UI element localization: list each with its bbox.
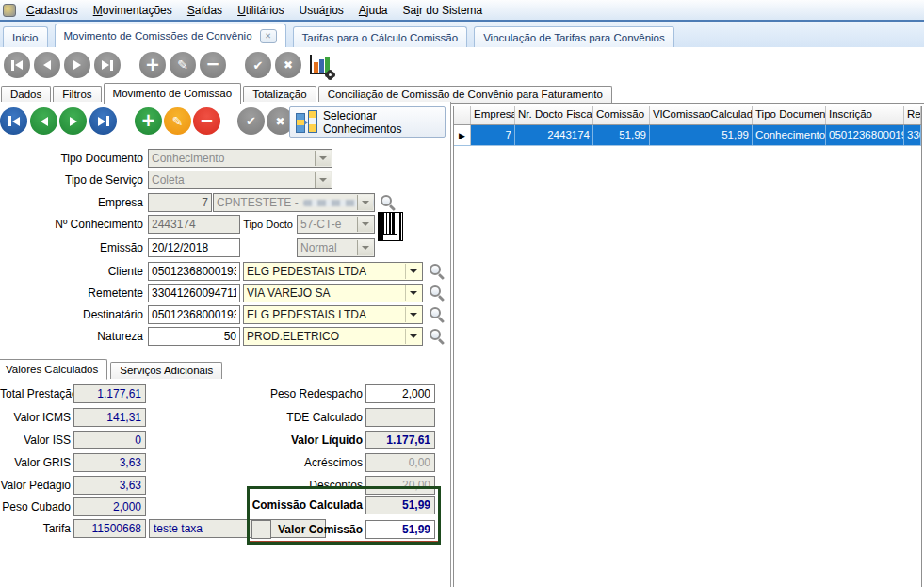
grid-header-nr-docto[interactable]: Nr. Docto Fiscal bbox=[515, 106, 593, 124]
remetente-combo[interactable]: VIA VAREJO SA bbox=[243, 284, 423, 302]
tab-filtros[interactable]: Filtros bbox=[53, 86, 101, 103]
menu-item-movimentacoes[interactable]: Movimentações bbox=[86, 2, 180, 19]
edit-button[interactable]: ✎ bbox=[170, 52, 196, 78]
delete-record-button[interactable]: − bbox=[193, 107, 220, 135]
prev-record-button[interactable] bbox=[34, 52, 60, 78]
menu-item-utilitarios[interactable]: Utilitários bbox=[230, 2, 291, 19]
chevron-down-icon bbox=[315, 151, 331, 166]
grid-header-vlcomissao[interactable]: VlComissaoCalculado bbox=[650, 106, 753, 124]
label-natureza: Natureza bbox=[0, 327, 143, 346]
next-record-button[interactable] bbox=[64, 52, 90, 78]
select-conhecimentos-button[interactable]: Selecionar Conhecimentos bbox=[289, 106, 446, 138]
confirm-button[interactable]: ✔ bbox=[245, 52, 271, 78]
x-icon: ✖ bbox=[275, 116, 284, 127]
menu-item-ajuda[interactable]: Ajuda bbox=[351, 2, 396, 19]
label-valor-iss: Valor ISS bbox=[0, 431, 71, 449]
first-record-button-2[interactable] bbox=[0, 107, 27, 135]
tab-totalizacao[interactable]: Totalização bbox=[243, 86, 316, 103]
last-record-button-2[interactable] bbox=[89, 107, 117, 135]
chevron-down-icon bbox=[357, 217, 373, 232]
grid-selected-row[interactable]: ▶ 7 2443174 51,99 51,99 Conhecimento 050… bbox=[454, 125, 921, 146]
check-icon: ✔ bbox=[253, 59, 264, 72]
tab-dados[interactable]: Dados bbox=[1, 86, 51, 103]
next-icon bbox=[73, 60, 81, 70]
cliente-combo[interactable]: ELG PEDESTAIS LTDA bbox=[243, 262, 423, 281]
emissao-field[interactable] bbox=[148, 238, 240, 257]
valor-gris-field: 3,63 bbox=[73, 453, 146, 472]
plus-icon: + bbox=[145, 56, 160, 73]
chevron-down-icon bbox=[405, 264, 421, 279]
peso-cubado-field: 2,000 bbox=[73, 497, 146, 516]
peso-redespacho-field[interactable]: 2,000 bbox=[365, 384, 435, 403]
natureza-search-icon[interactable] bbox=[429, 328, 446, 345]
destinatario-combo[interactable]: ELG PEDESTAIS LTDA bbox=[243, 305, 423, 324]
tab-conciliacao[interactable]: Conciliação de Comissão de Convênio para… bbox=[318, 86, 612, 103]
app-icon bbox=[3, 4, 16, 17]
tab-valores-calculados[interactable]: Valores Calculados bbox=[0, 359, 107, 380]
valores-tab-bar: Valores Calculados Serviços Adicionais bbox=[0, 359, 225, 379]
cell-tipo-documento: Conhecimento bbox=[753, 125, 826, 145]
chart-settings-button[interactable] bbox=[308, 53, 333, 78]
next-record-button-2[interactable] bbox=[59, 107, 87, 135]
label-tipo-servico: Tipo de Serviço bbox=[0, 171, 143, 189]
grid-header-tipo-documento[interactable]: Tipo Documento bbox=[753, 106, 826, 124]
remetente-code-field[interactable] bbox=[148, 284, 240, 302]
select-tables-icon bbox=[296, 110, 317, 134]
first-record-button[interactable] bbox=[4, 52, 30, 78]
prev-record-button-2[interactable] bbox=[30, 107, 57, 135]
cancel-button[interactable]: ✖ bbox=[275, 52, 301, 78]
label-emissao: Emissão bbox=[0, 238, 143, 257]
chevron-down-icon bbox=[357, 195, 373, 210]
label-comissao-calculada: Comissão Calculada bbox=[151, 496, 363, 514]
tarifa-field: 11500668 bbox=[73, 519, 146, 538]
cliente-search-icon[interactable] bbox=[429, 263, 446, 280]
document-tab-bar: Início Movimento de Comissões de Convêni… bbox=[0, 20, 924, 47]
tab-movimento-comissoes[interactable]: Movimento de Comissões de Convênio ✕ bbox=[55, 24, 286, 47]
valor-liquido-field: 1.177,61 bbox=[365, 431, 435, 449]
natureza-code-field[interactable] bbox=[148, 327, 240, 346]
grid-header-inscricao[interactable]: Inscrição bbox=[826, 106, 904, 124]
edit-record-button[interactable]: ✎ bbox=[164, 107, 191, 135]
close-tab-icon[interactable]: ✕ bbox=[260, 29, 277, 43]
empresa-combo: CPNTESTETE - bbox=[213, 193, 375, 212]
chevron-down-icon bbox=[315, 172, 331, 188]
label-destinatario: Destinatário bbox=[0, 305, 143, 324]
remetente-search-icon[interactable] bbox=[429, 285, 446, 302]
grid-header-empresa[interactable]: Empresa bbox=[471, 106, 515, 124]
commission-grid: Empresa Nr. Docto Fiscal Comissão VlComi… bbox=[453, 106, 922, 587]
destinatario-code-field[interactable] bbox=[148, 305, 240, 324]
pencil-icon: ✎ bbox=[177, 58, 188, 72]
natureza-combo[interactable]: PROD.ELETRICO bbox=[243, 327, 423, 346]
app-window: Cadastros Movimentações Saídas Utilitári… bbox=[0, 0, 924, 587]
tab-servicos-adicionais[interactable]: Serviços Adicionais bbox=[110, 362, 222, 379]
tab-inicio[interactable]: Início bbox=[3, 26, 48, 47]
label-tipo-docto: Tipo Docto bbox=[243, 215, 293, 234]
menu-item-saidas[interactable]: Saídas bbox=[180, 2, 230, 19]
empresa-search-icon[interactable] bbox=[380, 194, 397, 211]
confirm-record-button[interactable]: ✔ bbox=[237, 107, 265, 135]
menu-item-cadastros[interactable]: Cadastros bbox=[19, 2, 86, 19]
menu-item-usuarios[interactable]: Usuários bbox=[291, 2, 350, 19]
tab-movimento-de-comissao[interactable]: Movimento de Comissão bbox=[104, 83, 242, 104]
total-prestacao-field: 1.177,61 bbox=[73, 384, 146, 403]
add-record-button[interactable]: + bbox=[135, 107, 162, 135]
label-n-conhecimento: Nº Conhecimento bbox=[0, 215, 143, 234]
grid-header-remetente[interactable]: Re bbox=[904, 106, 921, 124]
check-icon: ✔ bbox=[246, 115, 256, 127]
last-record-button[interactable] bbox=[94, 52, 121, 78]
empresa-code-field bbox=[148, 193, 212, 212]
detail-panel: + ✎ − ✔ ✖ Selecionar Conhecimentos Tipo … bbox=[0, 102, 451, 587]
delete-button[interactable]: − bbox=[200, 52, 226, 78]
add-button[interactable]: + bbox=[139, 52, 166, 78]
destinatario-search-icon[interactable] bbox=[429, 306, 446, 323]
label-acrescimos: Acréscimos bbox=[151, 453, 363, 472]
grid-header-comissao[interactable]: Comissão bbox=[593, 106, 650, 124]
tab-vinculacao-tarifas[interactable]: Vinculação de Tarifas para Convênios bbox=[474, 26, 674, 47]
cliente-code-field[interactable] bbox=[148, 262, 240, 281]
valor-comissao-field[interactable]: 51,99 bbox=[365, 520, 435, 539]
tab-tarifas-calculo[interactable]: Tarifas para o Cálculo Comissão bbox=[293, 26, 468, 47]
label-peso-cubado: Peso Cubado bbox=[0, 497, 71, 516]
barcode-icon[interactable] bbox=[378, 212, 403, 241]
prev-icon bbox=[43, 60, 51, 70]
menu-item-sair[interactable]: Sair do Sistema bbox=[396, 2, 491, 19]
